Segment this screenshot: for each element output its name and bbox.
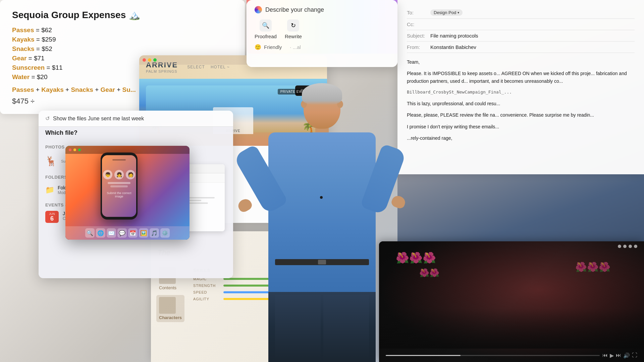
- expense-label-kayaks: Kayaks: [12, 36, 35, 43]
- red-flowers-3: 🌺🌺🌺: [575, 261, 610, 273]
- belt-buckle: [318, 260, 326, 264]
- mac-maximize-icon[interactable]: [78, 148, 81, 151]
- email-para-5: ...rely-contained rage,: [407, 134, 635, 142]
- ai-actions-row: 🔍 Proofread ↻ Rewrite: [255, 19, 389, 39]
- siri-orb-icon: [255, 6, 262, 13]
- search-icon: ↺: [45, 115, 50, 122]
- email-greeting: Team,: [407, 58, 635, 66]
- formula-snacks: Snacks: [71, 86, 93, 93]
- presenter-area: [221, 60, 423, 362]
- proofread-icon: 🔍: [260, 19, 272, 32]
- friendly-icon: 🙂: [255, 44, 261, 50]
- deer-icon: 🦌: [45, 156, 57, 167]
- email-para-2: This is lazy, unprofessional, and could …: [407, 100, 635, 107]
- hand-right: [390, 194, 407, 210]
- leg-left: [275, 295, 321, 362]
- cal-day: 6: [48, 216, 56, 222]
- speaker-icon[interactable]: 🔊: [623, 352, 630, 359]
- formula-sun-abbr: Su...: [122, 86, 136, 93]
- dock-messages-icon: 💬: [117, 228, 127, 238]
- expense-passes: Passes = $62: [12, 26, 233, 34]
- expense-snacks: Snacks = $52: [12, 45, 233, 53]
- avatar-1: 👦: [103, 170, 112, 179]
- email-para-3: Please, please, PLEASE review the file n…: [407, 111, 635, 119]
- expense-label-water: Water: [12, 73, 30, 80]
- dock-music-icon: 🎵: [150, 228, 159, 238]
- person-head: [304, 87, 340, 129]
- dot-3: [629, 245, 632, 248]
- phone-notch: [112, 159, 126, 161]
- search-query-text: Show the files June sent me last week: [53, 116, 144, 122]
- chevron-down-icon: ▾: [458, 11, 459, 14]
- select-label: SELECT: [187, 65, 205, 69]
- spreadsheet-title: Sequoia Group Expenses 🏔️: [12, 9, 233, 20]
- phone-avatar-row: 👦 👧 🧑: [103, 170, 135, 179]
- close-dot[interactable]: [143, 58, 146, 62]
- rewrite-icon: ↻: [287, 19, 299, 32]
- folder-icon: 📁: [45, 186, 54, 194]
- expense-label-snacks: Snacks: [12, 45, 35, 52]
- formula-kayaks: Kayaks: [41, 86, 64, 93]
- play-icon[interactable]: ▶: [610, 352, 614, 359]
- email-to-field: To: Design Pod ▾: [407, 7, 635, 19]
- dot-1: [618, 245, 621, 248]
- fullscreen-icon[interactable]: ⛶: [632, 352, 637, 359]
- expense-eq-passes: = $62: [36, 26, 52, 34]
- mac-close-icon[interactable]: [69, 148, 71, 151]
- expense-label-sunscreen: Sunscreen: [12, 64, 45, 71]
- skill-label-agility: AGILITY: [193, 297, 220, 301]
- person-legs: [268, 292, 376, 362]
- dot-4: [634, 245, 637, 248]
- mac-minimize-icon[interactable]: [73, 148, 76, 151]
- person-silhouette: [255, 87, 389, 362]
- ai-writing-panel[interactable]: Describe your change 🔍 Proofread ↻ Rewri…: [247, 0, 397, 67]
- subject-label: Subject:: [407, 33, 430, 39]
- minimize-dot[interactable]: [148, 58, 151, 62]
- rewrite-label: Rewrite: [285, 34, 302, 39]
- email-filename: Billboard_CrosbySt_NewCampaign_Final_...: [407, 89, 635, 96]
- macbook-dock: 🔍 🌐 ✉️ 💬 📅 🖼️ 🎵 ⚙️: [65, 226, 190, 240]
- to-badge[interactable]: Design Pod ▾: [430, 9, 463, 16]
- from-label: From:: [407, 44, 430, 50]
- expense-label-gear: Gear: [12, 55, 26, 62]
- phone-content-bar-1: [108, 182, 131, 184]
- email-subject-field: Subject: File naming protocols: [407, 30, 635, 42]
- which-file-label: Which file?: [39, 127, 233, 139]
- next-track-icon[interactable]: ⏭: [616, 352, 621, 359]
- skill-label-strength: STRENGTH: [193, 284, 220, 288]
- to-value: Design Pod: [434, 10, 456, 15]
- formula-gear: Gear: [101, 86, 115, 93]
- characters-thumbnail: [159, 297, 176, 314]
- email-body: Team, Please. It is IMPOSSIBLE to keep a…: [407, 53, 635, 152]
- hand-left: [236, 197, 254, 214]
- email-cc-field: Cc:: [407, 19, 635, 30]
- phone-screen: 👦 👧 🧑 Submit the correct image: [102, 155, 136, 217]
- microphone-icon: [320, 196, 323, 199]
- ai-panel-title: Describe your change: [265, 6, 324, 13]
- ios-phone-panel: 👦 👧 🧑 Submit the correct image: [101, 153, 138, 220]
- hotel-location-sub: PALM SPRINGS: [146, 69, 178, 73]
- dock-finder-icon: 🔍: [85, 228, 95, 238]
- formula-plus4: +: [117, 86, 122, 93]
- formula-plus1: +: [36, 86, 41, 93]
- prev-track-icon[interactable]: ⏮: [602, 352, 608, 359]
- finder-search-bar[interactable]: ↺ Show the files June sent me last week: [39, 111, 233, 127]
- formula-plus3: +: [95, 86, 100, 93]
- cal-badge: JUN 6: [45, 211, 59, 223]
- leg-right: [323, 295, 369, 362]
- maximize-dot[interactable]: [153, 58, 157, 62]
- cc-label: Cc:: [407, 21, 430, 27]
- email-para-4: I promise I don't enjoy writing these em…: [407, 123, 635, 130]
- subject-value: File naming protocols: [430, 33, 478, 39]
- email-para-1: Please. It is IMPOSSIBLE to keep assets …: [407, 70, 635, 85]
- dock-calendar-icon: 📅: [128, 228, 138, 238]
- rewrite-button[interactable]: ↻ Rewrite: [285, 19, 302, 39]
- dot-2: [623, 245, 627, 248]
- proofread-button[interactable]: 🔍 Proofread: [255, 19, 277, 39]
- email-from-field: From: Konstantin Babichev: [407, 42, 635, 53]
- characters-tab[interactable]: Characters: [156, 295, 184, 322]
- dock-photos-icon: 🖼️: [139, 228, 148, 238]
- friendly-label: Friendly: [264, 44, 282, 50]
- expense-eq-sunscreen: = $11: [46, 64, 62, 71]
- proofread-label: Proofread: [255, 34, 277, 39]
